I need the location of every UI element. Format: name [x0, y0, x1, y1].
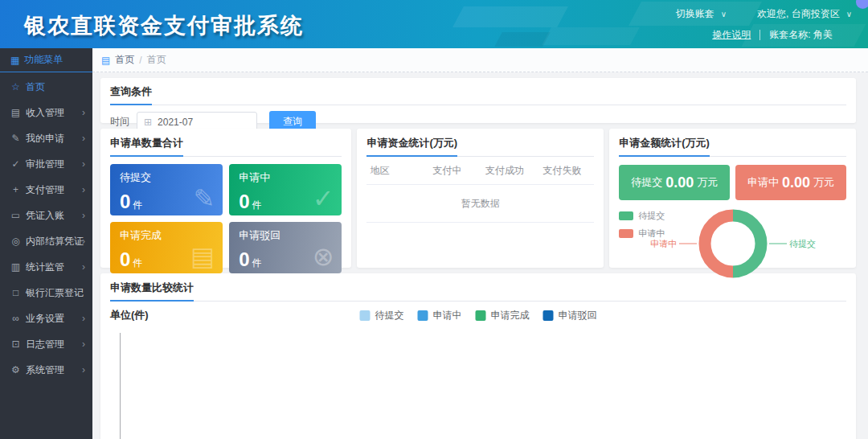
content: 查询条件 时间 ⊞ 2021-07 查询 申请单数量合计 待提交 [92, 72, 868, 439]
gear-icon: ⚙ [10, 364, 21, 375]
legend-item-completed[interactable]: 申请完成 [476, 309, 530, 322]
card-icon: □ [10, 287, 21, 298]
column-header-paying: 支付中 [419, 164, 476, 178]
legend-swatch [418, 310, 428, 321]
breadcrumb-separator: / [139, 55, 141, 66]
amount-card-label: 待提交 [631, 175, 662, 190]
legend-swatch [543, 310, 554, 321]
operation-guide-link[interactable]: 操作说明 [712, 28, 751, 42]
chevron-right-icon: › [82, 133, 85, 144]
sidebar-item-voucher-entry[interactable]: ▭ 凭证入账 › [0, 203, 92, 228]
sidebar-item-bank-draft[interactable]: □ 银行汇票登记 [0, 280, 92, 306]
donut-slice-in-progress[interactable] [705, 215, 733, 272]
sidebar-item-label: 首页 [26, 80, 45, 94]
amount-statistics-panel: 申请金额统计(万元) 待提交 0.00 万元 申请中 0.00 万元 [609, 129, 856, 268]
donut-slice-pending-submit[interactable] [733, 215, 761, 272]
header-deco-shape [494, 32, 551, 47]
chevron-right-icon: › [82, 261, 85, 273]
stat-card-value: 0 [239, 248, 249, 270]
sidebar-item-log[interactable]: ⊡ 日志管理 › [0, 331, 92, 357]
query-panel-title: 查询条件 [110, 84, 846, 105]
sidebar-item-system[interactable]: ⚙ 系统管理 › [0, 357, 92, 383]
header-user-area: 切换账套 ∨ 欢迎您, 台商投资区 ∨ 操作说明 账套名称: 角美 [676, 7, 852, 42]
sidebar-item-business-settings[interactable]: ∞ 业务设置 › [0, 306, 92, 331]
amount-card-label: 申请中 [747, 175, 779, 190]
legend-item-in-progress[interactable]: 申请中 [418, 309, 462, 322]
empty-data-text: 暂无数据 [366, 185, 594, 223]
legend-item-pending-submit[interactable]: 待提交 [360, 309, 404, 322]
stat-card-value: 0 [120, 248, 130, 270]
account-name-text: 账套名称: 角美 [769, 28, 833, 42]
stat-card-unit: 件 [133, 199, 142, 211]
amount-card-unit: 万元 [697, 175, 718, 190]
document-icon: ▤ [101, 55, 110, 66]
legend-item-pending-submit[interactable]: 待提交 [619, 210, 665, 222]
column-header-region: 地区 [370, 164, 418, 178]
header-deco-shape [542, 27, 640, 45]
main-area: ▤ 首页 / 首页 查询条件 时间 ⊞ 2021-07 查询 申请单数 [92, 48, 868, 439]
breadcrumb: ▤ 首页 / 首页 [92, 48, 868, 72]
stat-card-in-progress[interactable]: 申请中 0件 ✓ [229, 164, 342, 215]
legend-swatch [360, 310, 371, 321]
sidebar-item-label: 业务设置 [26, 312, 64, 326]
switch-account-link[interactable]: 切换账套 [676, 7, 714, 21]
chevron-down-icon[interactable]: ∨ [721, 10, 727, 18]
sidebar-item-approval[interactable]: ✓ 审批管理 › [0, 151, 92, 177]
list-check-icon: ✓ [313, 183, 334, 214]
stat-card-rejected[interactable]: 申请驳回 0件 ⊗ [229, 222, 342, 273]
app-title: 银农直联资金支付审批系统 [24, 11, 304, 40]
compare-statistics-panel: 申请数量比较统计 单位(件) 待提交 申请中 [100, 273, 856, 439]
sidebar-item-label: 我的申请 [26, 132, 64, 146]
legend-swatch [476, 310, 486, 321]
log-edit-icon: ⊡ [10, 338, 21, 350]
chevron-right-icon: › [82, 158, 85, 170]
header-deco-shape [452, 6, 568, 27]
legend-item-rejected[interactable]: 申请驳回 [543, 309, 597, 322]
sidebar-header-label: 功能菜单 [24, 53, 63, 67]
welcome-text[interactable]: 欢迎您, 台商投资区 [757, 7, 840, 21]
chevron-right-icon: › [82, 364, 85, 375]
date-value: 2021-07 [158, 117, 193, 128]
doc-lines-icon: ▤ [190, 241, 215, 272]
sidebar-item-home[interactable]: ☆ 首页 [0, 74, 92, 100]
star-icon: ☆ [10, 81, 21, 92]
vertical-divider [760, 30, 760, 40]
chevron-down-icon[interactable]: ∨ [846, 10, 852, 18]
amount-card-pending-submit[interactable]: 待提交 0.00 万元 [619, 165, 730, 200]
amount-card-value: 0.00 [782, 174, 810, 191]
stat-card-unit: 件 [252, 257, 262, 269]
sidebar-item-statistics[interactable]: ▥ 统计监管 › [0, 254, 92, 280]
amount-card-in-progress[interactable]: 申请中 0.00 万元 [735, 165, 846, 200]
calendar-icon: ⊞ [144, 117, 152, 128]
stat-card-unit: 件 [133, 257, 142, 269]
floating-widget-dot[interactable] [856, 0, 868, 9]
stat-card-value: 0 [120, 191, 130, 212]
sidebar-item-my-application[interactable]: ✎ 我的申请 › [0, 125, 92, 151]
sidebar-item-income[interactable]: ▤ 收入管理 › [0, 100, 92, 125]
stat-card-completed[interactable]: 申请完成 0件 ▤ [110, 222, 223, 273]
sidebar-item-internal-settlement[interactable]: ◎ 内部结算凭证 › [0, 228, 92, 254]
sidebar-item-label: 收入管理 [26, 106, 64, 120]
legend-swatch [619, 211, 633, 220]
breadcrumb-item-home[interactable]: 首页 [115, 53, 134, 67]
doc-reject-icon: ⊗ [313, 241, 334, 272]
sidebar-item-label: 日志管理 [26, 338, 64, 351]
document-icon: ▤ [10, 107, 21, 118]
plus-icon: + [10, 184, 21, 195]
chevron-right-icon: › [82, 107, 85, 118]
sidebar-item-label: 系统管理 [26, 363, 64, 377]
sidebar-item-payment[interactable]: + 支付管理 › [0, 177, 92, 203]
stat-card-pending-submit[interactable]: 待提交 0件 ✎ [110, 164, 223, 215]
legend-label: 申请中 [638, 228, 665, 240]
legend-label: 申请中 [433, 309, 462, 322]
amount-panel-title: 申请金额统计(万元) [619, 136, 846, 157]
circle-icon: ◎ [10, 236, 21, 247]
donut-label-right: 待提交 [789, 239, 816, 248]
amount-card-unit: 万元 [813, 175, 834, 190]
counts-panel-title: 申请单数量合计 [110, 136, 342, 157]
stat-card-value: 0 [239, 191, 249, 212]
grid-menu-icon: ▦ [10, 55, 19, 66]
amount-card-value: 0.00 [665, 174, 694, 191]
legend-item-in-progress[interactable]: 申请中 [619, 228, 665, 240]
chevron-right-icon: › [82, 338, 85, 350]
